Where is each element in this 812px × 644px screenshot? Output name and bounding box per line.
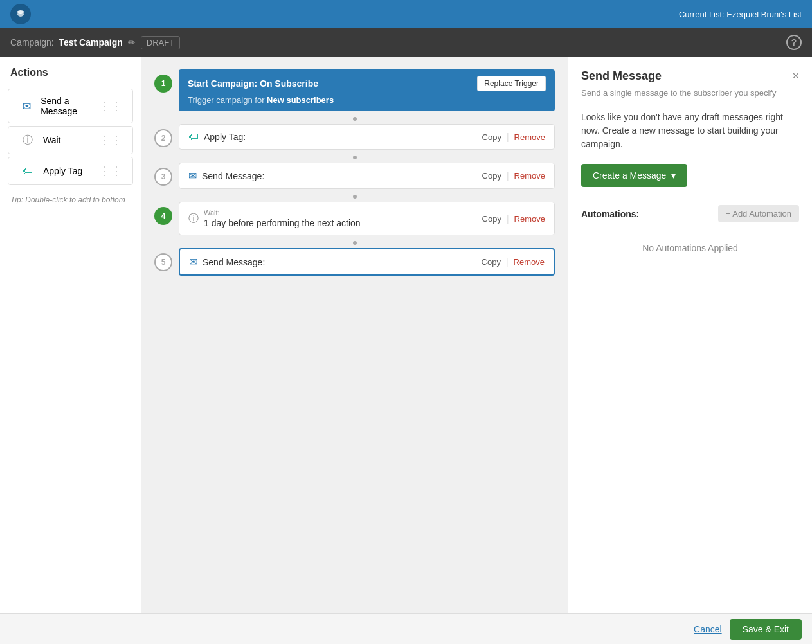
step-3-row: 3 ✉ Send Message: Copy | Remove [154, 163, 555, 189]
wait-label: Wait [43, 135, 60, 145]
right-panel-title: Send Message [581, 69, 662, 83]
wait-icon: ⓘ [19, 134, 37, 147]
no-automations-label: No Automations Applied [581, 230, 799, 266]
step-2-container: 2 🏷 Apply Tag: Copy | Remove [154, 124, 555, 150]
step-2-label: Apply Tag: [204, 132, 246, 142]
step-5-card[interactable]: ✉ Send Message: Copy | Remove [179, 248, 555, 276]
current-list-label: Current List: Ezequiel Bruni's List [679, 10, 802, 19]
draft-badge: DRAFT [141, 36, 180, 49]
step-5-remove[interactable]: Remove [514, 257, 545, 267]
step-4-card[interactable]: ⓘ Wait: 1 day before performing the next… [179, 202, 555, 235]
step-5-num: 5 [154, 253, 172, 271]
create-message-button[interactable]: Create a Message ▾ [581, 164, 687, 187]
automations-title: Automations: [581, 209, 639, 219]
step-4-row: 4 ⓘ Wait: 1 day before performing the ne… [154, 202, 555, 235]
step-2-row: 2 🏷 Apply Tag: Copy | Remove [154, 124, 555, 150]
close-panel-button[interactable]: × [792, 69, 799, 83]
step-4-wait-icon: ⓘ [188, 212, 199, 226]
right-panel-subtitle: Send a single message to the subscriber … [581, 88, 799, 98]
chevron-down-icon: ▾ [671, 170, 676, 181]
sidebar-tip: Tip: Double-click to add to bottom [0, 188, 141, 212]
step-2-copy[interactable]: Copy [482, 132, 501, 142]
start-campaign-title: Start Campaign: On Subscribe [188, 78, 318, 89]
step-5-copy[interactable]: Copy [482, 257, 501, 267]
campaign-prefix: Campaign: Test Campaign [10, 37, 123, 48]
step-1-card[interactable]: Start Campaign: On Subscribe Replace Tri… [179, 69, 555, 111]
email-icon: ✉ [19, 100, 34, 112]
step-1-container: 1 Start Campaign: On Subscribe Replace T… [154, 69, 555, 111]
step-4-remove[interactable]: Remove [514, 214, 545, 224]
trigger-subtitle: Trigger campaign for New subscribers [188, 95, 546, 105]
step-1-row: 1 Start Campaign: On Subscribe Replace T… [154, 69, 555, 111]
step-5-email-icon: ✉ [189, 256, 197, 268]
tag-icon: 🏷 [19, 165, 37, 177]
sidebar-item-apply-tag[interactable]: 🏷 Apply Tag ⋮⋮ [8, 157, 133, 185]
drag-handle: ⋮⋮ [99, 99, 122, 113]
drag-handle: ⋮⋮ [99, 133, 122, 147]
right-panel-description: Looks like you don't have any draft mess… [581, 111, 799, 151]
step-2-num: 2 [154, 129, 172, 147]
drag-handle: ⋮⋮ [99, 164, 122, 178]
right-panel: Send Message × Send a single message to … [568, 57, 812, 613]
step-4-copy[interactable]: Copy [482, 214, 501, 224]
step-3-copy[interactable]: Copy [482, 171, 501, 181]
wait-sublabel: Wait: [204, 209, 361, 217]
step-3-label: Send Message: [202, 171, 264, 181]
step-3-email-icon: ✉ [188, 170, 197, 182]
save-exit-button[interactable]: Save & Exit [730, 619, 802, 640]
step-4-label: 1 day before performing the next action [204, 218, 361, 228]
step-4-num: 4 [154, 207, 172, 225]
edit-campaign-icon[interactable]: ✏ [128, 37, 136, 48]
automations-section: Automations: + Add Automation No Automat… [581, 205, 799, 266]
bottom-bar: Cancel Save & Exit [0, 613, 812, 644]
step-2-remove[interactable]: Remove [514, 132, 545, 142]
step-3-remove[interactable]: Remove [514, 171, 545, 181]
step-3-container: 3 ✉ Send Message: Copy | Remove [154, 163, 555, 189]
campaign-canvas: 1 Start Campaign: On Subscribe Replace T… [141, 57, 568, 613]
step-3-num: 3 [154, 168, 172, 186]
sidebar-item-send-message[interactable]: ✉ Send a Message ⋮⋮ [8, 89, 133, 123]
app-logo[interactable] [10, 4, 31, 24]
step-1-num: 1 [154, 75, 172, 93]
step-4-container: 4 ⓘ Wait: 1 day before performing the ne… [154, 202, 555, 235]
campaign-name: Test Campaign [59, 37, 122, 48]
sub-nav: Campaign: Test Campaign ✏ DRAFT ? [0, 28, 812, 57]
apply-tag-label: Apply Tag [43, 166, 82, 176]
step-5-container: 5 ✉ Send Message: Copy | Remove [154, 248, 555, 276]
step-5-row: 5 ✉ Send Message: Copy | Remove [154, 248, 555, 276]
add-automation-button[interactable]: + Add Automation [718, 205, 799, 222]
cancel-button[interactable]: Cancel [694, 624, 722, 634]
step-2-tag-icon: 🏷 [188, 131, 199, 143]
replace-trigger-button[interactable]: Replace Trigger [477, 76, 546, 91]
sidebar-title: Actions [0, 67, 141, 86]
top-nav: Current List: Ezequiel Bruni's List [0, 0, 812, 28]
step-5-label: Send Message: [203, 257, 265, 267]
step-2-card[interactable]: 🏷 Apply Tag: Copy | Remove [179, 124, 555, 150]
sidebar-item-wait[interactable]: ⓘ Wait ⋮⋮ [8, 126, 133, 154]
actions-sidebar: Actions ✉ Send a Message ⋮⋮ ⓘ Wait ⋮⋮ 🏷 … [0, 57, 141, 613]
step-3-card[interactable]: ✉ Send Message: Copy | Remove [179, 163, 555, 189]
send-message-label: Send a Message [41, 96, 99, 116]
help-icon[interactable]: ? [786, 35, 802, 50]
